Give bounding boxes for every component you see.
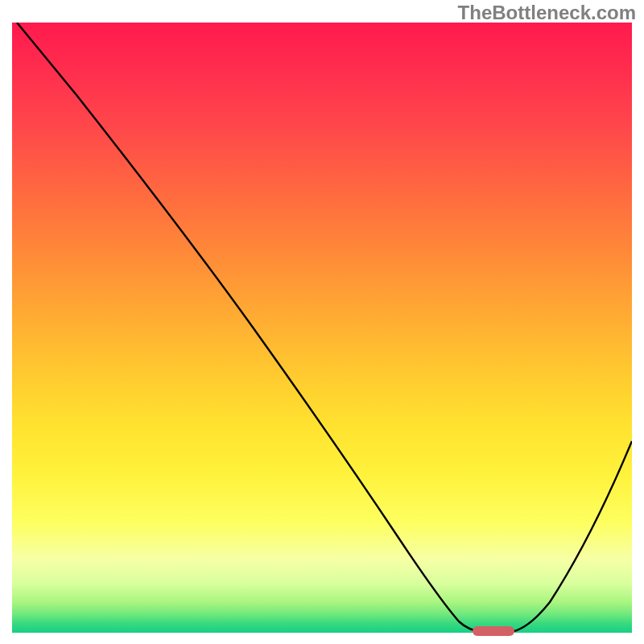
watermark-text: TheBottleneck.com — [458, 2, 636, 24]
curve-layer — [12, 23, 632, 633]
optimum-marker — [473, 626, 514, 636]
plot-area — [12, 23, 632, 633]
chart-container: TheBottleneck.com — [0, 0, 644, 644]
bottleneck-curve — [17, 23, 632, 632]
